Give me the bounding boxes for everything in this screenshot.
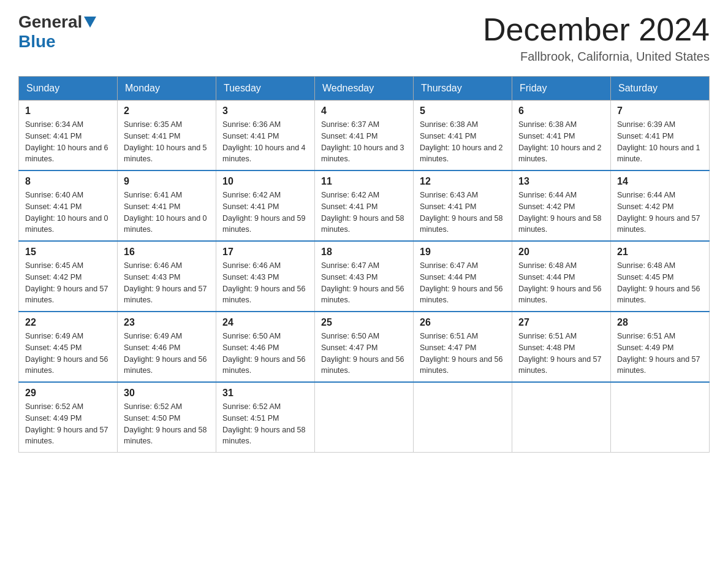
day-cell-14: 14 Sunrise: 6:44 AM Sunset: 4:42 PM Dayl… (611, 170, 710, 241)
day-number: 2 (124, 105, 210, 117)
day-number: 7 (617, 105, 703, 117)
logo: General Blue (18, 12, 98, 52)
day-cell-30: 30 Sunrise: 6:52 AM Sunset: 4:50 PM Dayl… (118, 382, 216, 453)
day-number: 21 (617, 247, 703, 258)
day-info: Sunrise: 6:46 AM Sunset: 4:43 PM Dayligh… (222, 260, 308, 306)
day-info: Sunrise: 6:52 AM Sunset: 4:50 PM Dayligh… (124, 401, 210, 447)
day-cell-29: 29 Sunrise: 6:52 AM Sunset: 4:49 PM Dayl… (19, 382, 118, 453)
weekday-header-saturday: Saturday (611, 77, 710, 101)
day-number: 22 (25, 317, 111, 328)
day-number: 3 (222, 105, 308, 117)
day-info: Sunrise: 6:47 AM Sunset: 4:44 PM Dayligh… (420, 260, 506, 306)
weekday-header-friday: Friday (512, 77, 611, 101)
day-info: Sunrise: 6:38 AM Sunset: 4:41 PM Dayligh… (420, 119, 506, 165)
weekday-header-sunday: Sunday (19, 77, 118, 101)
day-number: 25 (321, 317, 407, 328)
day-number: 23 (124, 317, 210, 328)
day-number: 20 (518, 247, 604, 258)
day-info: Sunrise: 6:50 AM Sunset: 4:47 PM Dayligh… (321, 331, 407, 377)
day-cell-23: 23 Sunrise: 6:49 AM Sunset: 4:46 PM Dayl… (118, 312, 216, 382)
day-number: 14 (617, 176, 703, 187)
day-cell-15: 15 Sunrise: 6:45 AM Sunset: 4:42 PM Dayl… (19, 241, 118, 312)
day-number: 6 (518, 105, 604, 117)
weekday-header-wednesday: Wednesday (315, 77, 414, 101)
page-header: General Blue December 2024 Fallbrook, Ca… (18, 12, 710, 64)
day-number: 26 (420, 317, 506, 328)
day-cell-18: 18 Sunrise: 6:47 AM Sunset: 4:43 PM Dayl… (315, 241, 414, 312)
day-cell-10: 10 Sunrise: 6:42 AM Sunset: 4:41 PM Dayl… (216, 170, 315, 241)
weekday-header-row: SundayMondayTuesdayWednesdayThursdayFrid… (19, 77, 710, 101)
logo-triangle-icon (84, 17, 96, 28)
empty-cell (512, 382, 611, 453)
day-number: 10 (222, 176, 308, 187)
location-label: Fallbrook, California, United States (483, 50, 710, 64)
week-row-1: 1 Sunrise: 6:34 AM Sunset: 4:41 PM Dayli… (19, 101, 710, 171)
day-cell-13: 13 Sunrise: 6:44 AM Sunset: 4:42 PM Dayl… (512, 170, 611, 241)
week-row-3: 15 Sunrise: 6:45 AM Sunset: 4:42 PM Dayl… (19, 241, 710, 312)
day-info: Sunrise: 6:44 AM Sunset: 4:42 PM Dayligh… (518, 190, 604, 236)
day-cell-2: 2 Sunrise: 6:35 AM Sunset: 4:41 PM Dayli… (118, 101, 216, 171)
day-info: Sunrise: 6:46 AM Sunset: 4:43 PM Dayligh… (124, 260, 210, 306)
week-row-2: 8 Sunrise: 6:40 AM Sunset: 4:41 PM Dayli… (19, 170, 710, 241)
day-cell-11: 11 Sunrise: 6:42 AM Sunset: 4:41 PM Dayl… (315, 170, 414, 241)
day-cell-4: 4 Sunrise: 6:37 AM Sunset: 4:41 PM Dayli… (315, 101, 414, 171)
day-cell-27: 27 Sunrise: 6:51 AM Sunset: 4:48 PM Dayl… (512, 312, 611, 382)
month-year-title: December 2024 (483, 12, 710, 47)
day-cell-26: 26 Sunrise: 6:51 AM Sunset: 4:47 PM Dayl… (414, 312, 512, 382)
day-number: 8 (25, 176, 111, 187)
day-cell-9: 9 Sunrise: 6:41 AM Sunset: 4:41 PM Dayli… (118, 170, 216, 241)
day-info: Sunrise: 6:36 AM Sunset: 4:41 PM Dayligh… (222, 119, 308, 165)
day-number: 19 (420, 247, 506, 258)
day-cell-12: 12 Sunrise: 6:43 AM Sunset: 4:41 PM Dayl… (414, 170, 512, 241)
day-info: Sunrise: 6:51 AM Sunset: 4:49 PM Dayligh… (617, 331, 703, 377)
day-info: Sunrise: 6:42 AM Sunset: 4:41 PM Dayligh… (321, 190, 407, 236)
day-info: Sunrise: 6:40 AM Sunset: 4:41 PM Dayligh… (25, 190, 111, 236)
weekday-header-tuesday: Tuesday (216, 77, 315, 101)
day-number: 1 (25, 105, 111, 117)
day-info: Sunrise: 6:52 AM Sunset: 4:51 PM Dayligh… (222, 401, 308, 447)
day-number: 27 (518, 317, 604, 328)
day-info: Sunrise: 6:45 AM Sunset: 4:42 PM Dayligh… (25, 260, 111, 306)
day-cell-25: 25 Sunrise: 6:50 AM Sunset: 4:47 PM Dayl… (315, 312, 414, 382)
day-info: Sunrise: 6:47 AM Sunset: 4:43 PM Dayligh… (321, 260, 407, 306)
day-number: 15 (25, 247, 111, 258)
day-number: 28 (617, 317, 703, 328)
day-info: Sunrise: 6:44 AM Sunset: 4:42 PM Dayligh… (617, 190, 703, 236)
day-info: Sunrise: 6:51 AM Sunset: 4:47 PM Dayligh… (420, 331, 506, 377)
day-number: 18 (321, 247, 407, 258)
day-info: Sunrise: 6:43 AM Sunset: 4:41 PM Dayligh… (420, 190, 506, 236)
day-cell-31: 31 Sunrise: 6:52 AM Sunset: 4:51 PM Dayl… (216, 382, 315, 453)
day-info: Sunrise: 6:48 AM Sunset: 4:44 PM Dayligh… (518, 260, 604, 306)
day-cell-17: 17 Sunrise: 6:46 AM Sunset: 4:43 PM Dayl… (216, 241, 315, 312)
day-number: 30 (124, 388, 210, 399)
day-number: 16 (124, 247, 210, 258)
day-number: 9 (124, 176, 210, 187)
day-info: Sunrise: 6:37 AM Sunset: 4:41 PM Dayligh… (321, 119, 407, 165)
day-cell-7: 7 Sunrise: 6:39 AM Sunset: 4:41 PM Dayli… (611, 101, 710, 171)
logo-blue: Blue (18, 32, 56, 51)
day-info: Sunrise: 6:48 AM Sunset: 4:45 PM Dayligh… (617, 260, 703, 306)
day-info: Sunrise: 6:49 AM Sunset: 4:46 PM Dayligh… (124, 331, 210, 377)
day-cell-3: 3 Sunrise: 6:36 AM Sunset: 4:41 PM Dayli… (216, 101, 315, 171)
day-number: 4 (321, 105, 407, 117)
calendar-table: SundayMondayTuesdayWednesdayThursdayFrid… (18, 76, 710, 453)
day-number: 12 (420, 176, 506, 187)
day-info: Sunrise: 6:49 AM Sunset: 4:45 PM Dayligh… (25, 331, 111, 377)
day-cell-16: 16 Sunrise: 6:46 AM Sunset: 4:43 PM Dayl… (118, 241, 216, 312)
day-cell-1: 1 Sunrise: 6:34 AM Sunset: 4:41 PM Dayli… (19, 101, 118, 171)
day-info: Sunrise: 6:50 AM Sunset: 4:46 PM Dayligh… (222, 331, 308, 377)
empty-cell (611, 382, 710, 453)
day-number: 29 (25, 388, 111, 399)
day-info: Sunrise: 6:52 AM Sunset: 4:49 PM Dayligh… (25, 401, 111, 447)
day-info: Sunrise: 6:41 AM Sunset: 4:41 PM Dayligh… (124, 190, 210, 236)
day-cell-8: 8 Sunrise: 6:40 AM Sunset: 4:41 PM Dayli… (19, 170, 118, 241)
day-cell-20: 20 Sunrise: 6:48 AM Sunset: 4:44 PM Dayl… (512, 241, 611, 312)
title-section: December 2024 Fallbrook, California, Uni… (483, 12, 710, 64)
weekday-header-thursday: Thursday (414, 77, 512, 101)
week-row-5: 29 Sunrise: 6:52 AM Sunset: 4:49 PM Dayl… (19, 382, 710, 453)
empty-cell (315, 382, 414, 453)
day-info: Sunrise: 6:51 AM Sunset: 4:48 PM Dayligh… (518, 331, 604, 377)
day-number: 17 (222, 247, 308, 258)
day-cell-22: 22 Sunrise: 6:49 AM Sunset: 4:45 PM Dayl… (19, 312, 118, 382)
day-number: 11 (321, 176, 407, 187)
